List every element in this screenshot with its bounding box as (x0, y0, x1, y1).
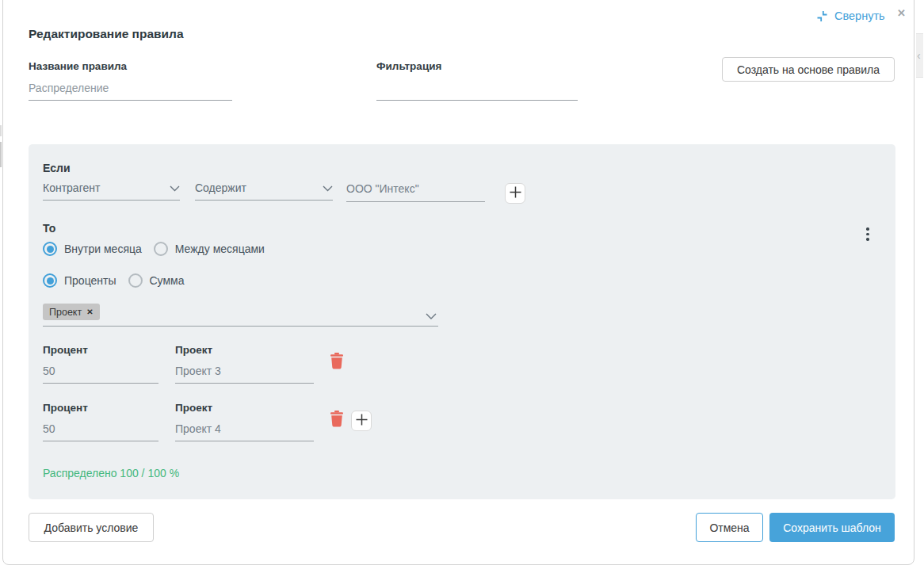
condition-operator-value: Содержит (195, 181, 246, 194)
create-from-rule-button[interactable]: Создать на основе правила (722, 57, 895, 82)
dimension-chip-label: Проект (49, 307, 82, 318)
delete-row-button[interactable] (330, 353, 344, 372)
chip-remove-icon[interactable]: ✕ (86, 308, 93, 316)
project-input[interactable] (175, 363, 314, 384)
chevron-down-icon (170, 181, 180, 194)
project-field-group: Проект (175, 402, 314, 441)
radio-sum[interactable]: Сумма (128, 273, 185, 288)
radio-label: Сумма (150, 274, 185, 287)
condition-panel: Если Контрагент Содержит То Внутри месяц… (29, 144, 895, 499)
percent-field-group: Процент (43, 344, 158, 384)
delete-row-button[interactable] (330, 411, 344, 430)
condition-value-wrapper (346, 181, 485, 201)
collapse-icon (816, 10, 828, 25)
chevron-down-icon (323, 181, 333, 194)
radio-circle-icon (154, 242, 168, 256)
radio-circle-icon (128, 273, 143, 288)
condition-field-value: Контрагент (43, 181, 100, 194)
percent-label: Процент (43, 402, 158, 414)
mode-radio-group: Проценты Сумма (43, 273, 185, 288)
radio-label: Проценты (64, 274, 116, 287)
period-radio-group: Внутри месяца Между месяцами (43, 241, 265, 257)
project-input[interactable] (175, 421, 314, 441)
filter-label: Фильтрация (376, 60, 578, 72)
radio-label: Внутри месяца (64, 243, 142, 255)
close-icon[interactable]: ✕ (897, 7, 906, 19)
chevron-down-icon (426, 309, 437, 323)
rule-name-label: Название правила (29, 60, 232, 72)
if-label: Если (43, 162, 71, 174)
plus-icon (510, 186, 521, 201)
radio-inside-month[interactable]: Внутри месяца (43, 242, 142, 256)
save-template-button[interactable]: Сохранить шаблон (769, 513, 895, 542)
add-allocation-row-button[interactable] (351, 411, 372, 431)
dimension-chip: Проект ✕ (43, 304, 100, 320)
radio-circle-icon (43, 242, 57, 256)
kebab-menu-icon[interactable] (861, 226, 874, 243)
percent-input[interactable] (43, 421, 158, 441)
chevron-left-icon[interactable]: ‹ (917, 49, 923, 62)
plus-icon (356, 414, 368, 429)
filter-input[interactable] (376, 80, 578, 101)
project-label: Проект (175, 402, 314, 414)
trash-icon (330, 353, 344, 369)
page-edge-artifact (0, 142, 2, 167)
distributed-status: Распределено 100 / 100 % (43, 467, 179, 479)
project-label: Проект (175, 344, 314, 356)
trash-icon (330, 411, 344, 427)
condition-value-input[interactable] (346, 182, 485, 202)
dimension-multiselect[interactable]: Проект ✕ (43, 302, 438, 327)
filter-field-group: Фильтрация (376, 60, 578, 101)
rule-name-field-group: Название правила (29, 60, 232, 101)
radio-percents[interactable]: Проценты (43, 273, 116, 288)
dialog-title: Редактирование правила (29, 27, 184, 41)
page-edge-artifact (0, 125, 2, 136)
percent-input[interactable] (43, 363, 158, 384)
percent-label: Процент (43, 344, 158, 356)
add-condition-button[interactable]: Добавить условие (29, 513, 154, 542)
rule-name-input[interactable] (29, 80, 232, 101)
add-condition-row-button[interactable] (505, 183, 525, 204)
radio-between-months[interactable]: Между месяцами (154, 242, 265, 256)
then-label: То (43, 222, 55, 235)
condition-operator-select[interactable]: Содержит (195, 181, 333, 201)
collapse-button[interactable]: Свернуть (816, 7, 885, 25)
collapse-label: Свернуть (834, 10, 885, 22)
cancel-button[interactable]: Отмена (696, 513, 763, 542)
percent-field-group: Процент (43, 402, 158, 441)
radio-circle-icon (43, 273, 57, 288)
condition-field-select[interactable]: Контрагент (43, 181, 180, 201)
radio-label: Между месяцами (175, 243, 265, 255)
project-field-group: Проект (175, 344, 314, 384)
